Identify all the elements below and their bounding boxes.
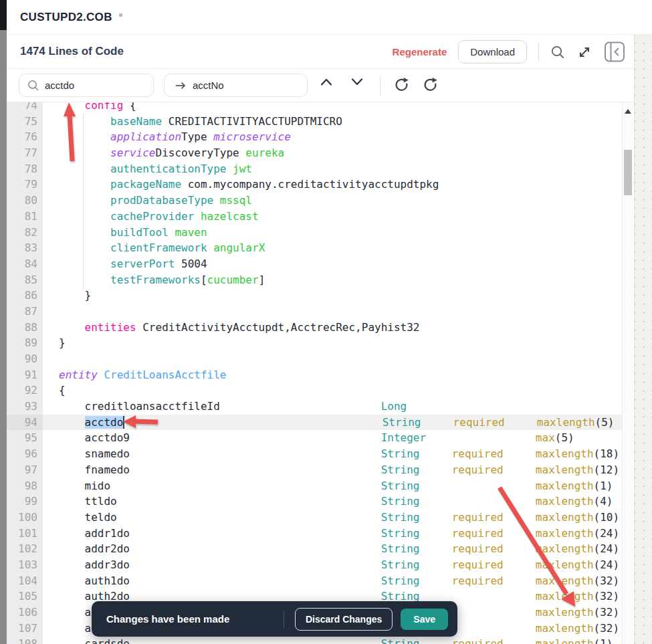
code-line[interactable]: 75 baseName CREDITACTIVITYACCTUPDTMICRO	[7, 114, 622, 130]
find-bar-divider	[380, 76, 381, 96]
code-line[interactable]: 77 serviceDiscoveryType eureka	[7, 145, 622, 161]
code-line-text: serverPort 5004	[43, 256, 207, 272]
line-number: 99	[7, 494, 43, 510]
code-line[interactable]: 93 creditloansacctfileId Long	[7, 399, 622, 415]
toast-divider	[284, 611, 284, 628]
code-line-text: }	[43, 288, 91, 304]
code-line[interactable]: 78 authenticationType jwt	[7, 161, 622, 177]
code-line[interactable]: 80 prodDatabaseType mssql	[7, 193, 622, 209]
lines-of-code-label: 1474 Lines of Code	[20, 45, 124, 58]
code-line-text: serviceDiscoveryType eureka	[43, 145, 284, 161]
code-line-text: ttldo String maxlength(4)	[43, 494, 613, 510]
line-number: 90	[7, 351, 43, 367]
code-line[interactable]: 92{	[7, 383, 622, 399]
line-number: 104	[7, 573, 43, 589]
changes-toast: Changes have been made Discard Changes S…	[92, 601, 457, 637]
selected-text[interactable]: acctdo	[85, 416, 125, 429]
line-number: 79	[7, 177, 43, 193]
regenerate-button[interactable]: Regenerate	[393, 46, 447, 58]
dotted-background	[634, 35, 652, 644]
code-line[interactable]: 81 cacheProvider hazelcast	[7, 209, 622, 225]
code-line[interactable]: 91entity CreditLoansAcctfile	[7, 367, 622, 383]
code-line-text: fnamedo String required maxlength(12)	[43, 462, 619, 478]
code-line[interactable]: 82 buildTool maven	[7, 225, 622, 241]
code-line[interactable]: 95 acctdo9 Integer max(5)	[7, 430, 622, 446]
line-number: 88	[7, 320, 43, 336]
code-line[interactable]: 101 addr1do String required maxlength(24…	[7, 526, 622, 542]
code-line[interactable]: 99 ttldo String maxlength(4)	[7, 494, 622, 510]
scrollbar-thumb[interactable]	[624, 150, 632, 195]
code-line-text: {	[43, 383, 66, 399]
code-line[interactable]: 76 applicationType microservice	[7, 129, 622, 145]
scroll-up-icon[interactable]	[625, 109, 631, 114]
code-line[interactable]: 88 entities CreditActivityAcctupdt,Acctr…	[7, 320, 622, 336]
code-line[interactable]: 85 testFrameworks[cucumber]	[7, 272, 622, 288]
line-number: 100	[7, 510, 43, 526]
line-number: 74	[7, 102, 43, 114]
line-number: 108	[7, 636, 43, 644]
code-line[interactable]: 108 cardsdo String required maxlength(1)	[7, 636, 622, 644]
code-line[interactable]: 79 packageName com.mycompany.creditactiv…	[7, 177, 622, 193]
code-line-text: addr1do String required maxlength(24)	[43, 526, 619, 542]
find-input[interactable]	[19, 74, 154, 97]
code-line-text	[43, 304, 59, 320]
prev-match-icon[interactable]	[320, 78, 333, 88]
code-lines: 74 config {75 baseName CREDITACTIVITYACC…	[7, 102, 622, 644]
code-line-text: addr2do String required maxlength(24)	[43, 541, 619, 557]
download-button[interactable]: Download	[458, 40, 527, 64]
code-line-text: auth1do String required maxlength(32)	[43, 573, 619, 589]
line-number: 96	[7, 446, 43, 462]
replace-input[interactable]	[164, 74, 308, 97]
code-line[interactable]: 103 addr3do String required maxlength(24…	[7, 557, 622, 573]
code-line[interactable]: 102 addr2do String required maxlength(24…	[7, 541, 622, 557]
code-line[interactable]: 96 snamedo String required maxlength(18)	[7, 446, 622, 462]
line-number: 81	[7, 209, 43, 225]
replace-all-icon[interactable]	[422, 76, 439, 96]
code-line[interactable]: 104 auth1do String required maxlength(32…	[7, 573, 622, 589]
code-line-text: acctdo9 Integer max(5)	[43, 430, 574, 446]
code-line-text: prodDatabaseType mssql	[43, 193, 252, 209]
code-line[interactable]: 83 clientFramework angularX	[7, 240, 622, 256]
discard-changes-button[interactable]: Discard Changes	[295, 608, 393, 631]
code-line[interactable]: 97 fnamedo String required maxlength(12)	[7, 462, 622, 478]
line-number: 84	[7, 256, 43, 272]
code-line[interactable]: 100 teldo String required maxlength(10)	[7, 510, 622, 526]
code-line[interactable]: 89}	[7, 335, 622, 351]
code-line[interactable]: 86 }	[7, 288, 622, 304]
line-number: 101	[7, 526, 43, 542]
left-edge-strip	[0, 0, 7, 644]
code-line[interactable]: 87	[7, 304, 622, 320]
replace-one-icon[interactable]	[393, 76, 411, 96]
line-number: 77	[7, 145, 43, 161]
line-number: 82	[7, 225, 43, 241]
code-line[interactable]: 74 config {	[7, 102, 622, 114]
vertical-scrollbar[interactable]	[622, 102, 633, 644]
title-bar: CUSTUPD2.COB	[0, 0, 652, 35]
code-line-text: baseName CREDITACTIVITYACCTUPDTMICRO	[43, 114, 342, 130]
code-line[interactable]: 98 mido String maxlength(1)	[7, 478, 622, 494]
app-window: CUSTUPD2.COB 1474 Lines of Code Regenera…	[0, 0, 652, 644]
line-number: 85	[7, 272, 43, 288]
code-line[interactable]: 94 acctdo String required maxlength(5)	[7, 415, 622, 431]
next-match-icon[interactable]	[350, 78, 364, 88]
code-line-text: packageName com.mycompany.creditactivity…	[43, 177, 439, 193]
code-line-text: applicationType microservice	[43, 129, 291, 145]
line-number: 102	[7, 541, 43, 557]
code-line-text: acctdo String required maxlength(5)	[43, 415, 614, 431]
line-number: 98	[7, 478, 43, 494]
collapse-panel-icon[interactable]	[604, 41, 625, 63]
code-line-text	[43, 351, 59, 367]
code-line-text: teldo String required maxlength(10)	[43, 510, 619, 526]
code-line[interactable]: 90	[7, 351, 622, 367]
code-line-text: snamedo String required maxlength(18)	[43, 446, 619, 462]
toolbar-divider	[538, 42, 539, 62]
code-line[interactable]: 84 serverPort 5004	[7, 256, 622, 272]
expand-icon[interactable]	[576, 44, 592, 60]
code-editor[interactable]: 74 config {75 baseName CREDITACTIVITYACC…	[7, 102, 622, 644]
line-number: 89	[7, 335, 43, 351]
save-button[interactable]: Save	[401, 609, 448, 630]
code-line-text: addr3do String required maxlength(24)	[43, 557, 619, 573]
line-number: 87	[7, 304, 43, 320]
line-number: 92	[7, 383, 43, 399]
search-icon[interactable]	[550, 45, 565, 60]
